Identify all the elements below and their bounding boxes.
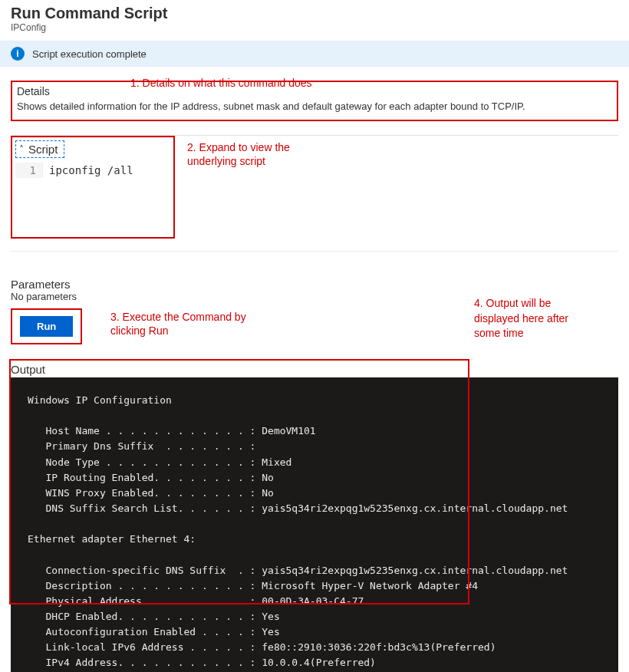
page-title: Run Command Script [11,5,618,22]
line-number: 1 [15,163,43,178]
annotation-1: 1. Details on what this command does [130,76,312,90]
code-block: 1 ipconfig /all [15,163,170,178]
annotation-2: 2. Expand to view the underlying script [187,140,290,168]
page-header: Run Command Script IPConfig [0,0,629,35]
status-bar: i Script execution complete [0,41,629,67]
annotation-4: 4. Output will be displayed here after s… [474,296,604,341]
details-panel: Details Shows detailed information for t… [11,81,618,121]
chevron-up-icon: ˄ [19,144,24,155]
script-toggle[interactable]: ˄ Script [15,140,64,158]
run-highlight: Run [11,308,82,344]
page-subtitle: IPConfig [11,22,618,33]
status-message: Script execution complete [32,48,147,60]
annotation-3: 3. Execute the Command by clicking Run [110,310,246,338]
info-icon: i [11,47,25,61]
details-text: Shows detailed information for the IP ad… [17,100,612,112]
output-heading: Output [11,363,618,376]
code-line: ipconfig /all [43,163,140,178]
script-panel: ˄ Script 1 ipconfig /all [11,136,175,239]
parameters-heading: Parameters [11,278,618,291]
run-button[interactable]: Run [20,316,73,337]
output-console[interactable]: Windows IP Configuration Host Name . . .… [11,377,618,672]
script-toggle-label: Script [28,143,58,156]
details-heading: Details [17,85,612,97]
